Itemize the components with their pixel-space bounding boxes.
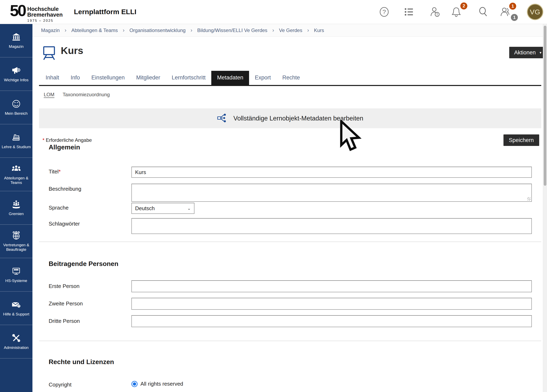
sidebar-item-label: Abteilungen & Teams (1, 176, 31, 185)
main-content: Magazin › Abteilungen & Teams › Organisa… (33, 24, 543, 392)
megaphone-icon (12, 66, 21, 76)
tab-rechte[interactable]: Rechte (277, 71, 306, 85)
sidebar-item-magazin[interactable]: Magazin (0, 24, 33, 57)
sidebar-item-label: Magazin (9, 44, 24, 49)
breadcrumb-separator: › (191, 27, 192, 34)
breadcrumb-separator: › (307, 27, 309, 34)
sidebar-item-label: Vertretungen & Beauftragte (1, 243, 31, 252)
breadcrumb-item[interactable]: Organisationsentwicklung (129, 27, 185, 33)
scrollbar-thumb[interactable] (544, 26, 546, 186)
logo-50: 50 (10, 2, 25, 19)
breadcrumb-separator: › (272, 27, 274, 34)
required-note: * Erforderliche Angabe (42, 137, 92, 143)
section-divider (39, 242, 541, 242)
tab-einstellungen[interactable]: Einstellungen (86, 71, 130, 85)
subtab-taxonomiezuordnung[interactable]: Taxonomiezuordnung (63, 92, 110, 97)
section-heading-rechte: Rechte und Lizenzen (49, 358, 114, 366)
edit-full-metadata-banner[interactable]: Vollständige Lernobjekt-Metadaten bearbe… (39, 108, 541, 128)
sidebar-item-mein-bereich[interactable]: Mein Bereich (0, 91, 33, 124)
app-title: Lernplattform ELLI (74, 8, 136, 16)
schlagwoerter-label: Schlagwörter (49, 221, 80, 227)
sidebar-item-label: HS-Systeme (5, 278, 27, 283)
textarea-resize-handle[interactable] (527, 197, 531, 201)
tab-metadaten[interactable]: Metadaten (211, 71, 249, 85)
breadcrumb-item[interactable]: Bildung/Wissen/ELLI Ve Gerdes (197, 27, 267, 33)
copyright-radio-row: All rights reserved (131, 381, 183, 387)
sidebar-item-hs-systeme[interactable]: HS-Systeme (0, 258, 33, 292)
chevron-down-icon: ⌄ (187, 206, 191, 211)
sidebar-item-label: Hilfe & Support (3, 312, 29, 317)
header: 50 Hochschule Bremerhaven 1975 – 2025 Le… (0, 0, 547, 24)
copyright-radio[interactable] (131, 381, 137, 387)
sprache-select[interactable]: Deutsch ⌄ (131, 203, 194, 214)
sidebar-item-lehre-studium[interactable]: Lehre & Studium (0, 124, 33, 158)
globe-people-icon (12, 231, 21, 241)
vertical-scrollbar (543, 24, 547, 392)
monitor-icon (12, 267, 21, 277)
beschreibung-label: Beschreibung (49, 186, 81, 192)
sidebar-item-hilfe-support[interactable]: ? Hilfe & Support (0, 292, 33, 325)
banner-label: Vollständige Lernobjekt-Metadaten bearbe… (233, 115, 363, 122)
breadcrumb-item[interactable]: Abteilungen & Teams (71, 27, 118, 33)
actions-button[interactable]: Aktionen ▼ (509, 47, 547, 58)
beschreibung-textarea[interactable] (131, 184, 532, 202)
breadcrumb-item[interactable]: Magazin (41, 27, 60, 33)
contacts-badge-bottom: 1 (511, 14, 518, 21)
tab-inhalt[interactable]: Inhalt (40, 71, 65, 85)
save-button[interactable]: Speichern (504, 135, 539, 146)
tab-export[interactable]: Export (249, 71, 277, 85)
tools-icon (12, 333, 21, 343)
schlagwoerter-input[interactable] (131, 218, 532, 234)
section-divider (39, 341, 541, 341)
notifications-badge: 2 (460, 2, 467, 9)
zweite-person-label: Zweite Person (49, 300, 83, 307)
section-heading-beitragende: Beitragende Personen (49, 260, 118, 268)
help-icon[interactable]: ? (378, 6, 390, 18)
notifications-bell-icon[interactable] (451, 6, 462, 18)
avatar[interactable]: VG (527, 4, 543, 20)
tab-lernfortschritt[interactable]: Lernfortschritt (166, 71, 211, 85)
zweite-person-input[interactable] (131, 298, 532, 310)
required-asterisk: * (42, 137, 44, 143)
sidebar-item-label: Gremien (9, 212, 24, 216)
sidebar-item-administration[interactable]: Administration (0, 325, 33, 358)
breadcrumb-item[interactable]: Kurs (314, 27, 324, 33)
tab-mitglieder[interactable]: Mitglieder (130, 71, 166, 85)
logo-line2: Bremerhaven (27, 12, 63, 18)
actions-button-label: Aktionen (514, 49, 536, 56)
titel-label: Titel* (49, 169, 61, 175)
copyright-label: Copyright (49, 382, 71, 388)
erste-person-label: Erste Person (49, 283, 79, 289)
sidebar-item-abteilungen-teams[interactable]: Abteilungen & Teams (0, 158, 33, 191)
copyright-radio-label: All rights reserved (140, 381, 183, 387)
breadcrumb-item[interactable]: Ve Gerdes (279, 27, 302, 33)
page-title: Kurs (61, 45, 83, 56)
sidebar-item-vertretungen[interactable]: Vertretungen & Beauftragte (0, 225, 33, 258)
committee-icon (12, 200, 21, 210)
main-navigation-sidebar: Magazin Wichtige Infos Mein Bereich Lehr… (0, 24, 33, 392)
contacts-badge-top: 1 (509, 3, 516, 10)
dritte-person-input[interactable] (131, 315, 532, 327)
todo-list-icon[interactable] (403, 6, 415, 18)
breadcrumb-separator: › (65, 27, 67, 34)
svg-text:!: ! (437, 12, 438, 16)
erste-person-input[interactable] (131, 280, 532, 292)
sidebar-item-label: Administration (4, 345, 28, 350)
sprache-label: Sprache (49, 205, 68, 211)
people-group-icon (12, 164, 21, 174)
books-icon (12, 133, 21, 143)
breadcrumb-separator: › (123, 27, 125, 34)
search-icon[interactable] (478, 6, 489, 18)
subtab-bar: LOM Taxonomiezuordnung (44, 92, 110, 97)
tab-info[interactable]: Info (65, 71, 86, 85)
subtab-lom[interactable]: LOM (44, 92, 55, 97)
sidebar-item-label: Wichtige Infos (4, 78, 28, 82)
who-is-online-icon[interactable]: ! (429, 6, 441, 18)
sidebar-item-gremien[interactable]: Gremien (0, 191, 33, 225)
smiley-icon (12, 99, 21, 109)
logo-line1: Hochschule (27, 6, 63, 12)
svg-text:?: ? (18, 304, 20, 307)
sidebar-item-wichtige-infos[interactable]: Wichtige Infos (0, 57, 33, 91)
titel-input[interactable] (131, 167, 532, 178)
tab-bar: Inhalt Info Einstellungen Mitglieder Ler… (39, 71, 541, 86)
